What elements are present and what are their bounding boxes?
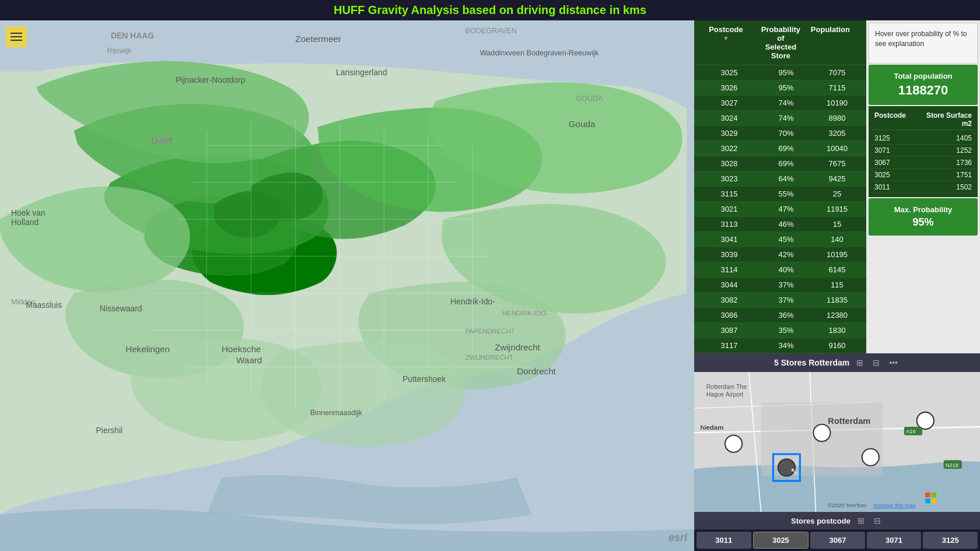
table-header: Postcode ▼ Probability of Selected Store… — [694, 20, 866, 65]
cell-postcode: 3023 — [694, 171, 764, 186]
probability-table: Postcode ▼ Probability of Selected Store… — [694, 20, 866, 353]
map-label-dordrecht: Dordrecht — [517, 366, 556, 376]
cell-population: 12380 — [808, 308, 866, 322]
postcode-btn-3011[interactable]: 3011 — [696, 532, 751, 549]
cell-probability: 37% — [764, 278, 808, 292]
store-row[interactable]: 3025 1751 — [872, 169, 974, 181]
table-row[interactable]: 3039 42% 10195 — [694, 247, 866, 262]
cell-population: 25 — [808, 187, 866, 201]
store-cell-surface: 1405 — [923, 132, 975, 144]
store-row[interactable]: 3125 1405 — [872, 132, 974, 145]
table-body[interactable]: 3025 95% 7075 3026 95% 7115 3027 74% 101… — [694, 65, 866, 353]
menu-button[interactable] — [6, 26, 27, 47]
table-row[interactable]: 3113 46% 15 — [694, 217, 866, 232]
table-row[interactable]: 3027 74% 10190 — [694, 96, 866, 111]
store-row[interactable]: 3067 1736 — [872, 157, 974, 169]
cell-probability: 55% — [764, 187, 808, 201]
table-row[interactable]: 3028 69% 7675 — [694, 156, 866, 171]
store-cell-postcode: 3025 — [872, 169, 923, 181]
cell-probability: 47% — [764, 202, 808, 216]
map-label-hendrik: Hendrik-Ido- — [450, 297, 495, 306]
table-row[interactable]: 3041 45% 140 — [694, 232, 866, 247]
cell-population: 10195 — [808, 247, 866, 262]
map-label-binnenmaas: Binnenmaasdijk — [310, 409, 363, 417]
cell-probability: 35% — [764, 323, 808, 338]
table-row[interactable]: 3117 34% 9160 — [694, 338, 866, 353]
cell-population: 8980 — [808, 111, 866, 125]
lower-map-title: 5 Stores Rotterdam — [774, 358, 849, 367]
map-label-maassluis: Maassluis — [26, 300, 62, 310]
cell-probability: 36% — [764, 308, 808, 322]
map-label-hendrik2: HENDRIK-IDO- — [502, 310, 548, 317]
table-row[interactable]: 3115 55% 25 — [694, 187, 866, 202]
postcode-btn-3125[interactable]: 3125 — [923, 532, 978, 549]
postcode-filter-btn[interactable]: ⊞ — [855, 515, 867, 527]
store-table-body: 3125 1405 3071 1252 3067 1736 3025 1751 … — [872, 132, 974, 194]
table-row[interactable]: 3087 35% 1830 — [694, 323, 866, 338]
store-row[interactable]: 3071 1252 — [872, 145, 974, 157]
store-circle-2 — [813, 424, 830, 441]
ms-logo-red — [925, 493, 930, 497]
map-label-piershil: Piershil — [96, 426, 123, 435]
cell-postcode: 3044 — [694, 278, 764, 292]
postcode-btn-3071[interactable]: 3071 — [867, 532, 922, 549]
store-cell-postcode: 3071 — [872, 145, 923, 156]
ms-logo-green — [932, 493, 936, 497]
cell-probability: 69% — [764, 156, 808, 171]
table-row[interactable]: 3022 69% 10040 — [694, 141, 866, 156]
cell-population: 10190 — [808, 96, 866, 110]
cell-postcode: 3115 — [694, 187, 764, 201]
lower-map-area[interactable]: ↖ hiedam Rotterdam Rotterdam The Hague A… — [694, 372, 980, 512]
cell-population: 115 — [808, 278, 866, 292]
improve-map-link[interactable]: Improve this map — [874, 502, 916, 508]
lower-map-grid-btn[interactable]: ⊟ — [870, 357, 882, 368]
th-probability: Probability of Selected Store — [758, 20, 804, 65]
table-row[interactable]: 3023 64% 9425 — [694, 171, 866, 187]
lower-map-svg: ↖ hiedam Rotterdam Rotterdam The Hague A… — [694, 372, 980, 512]
map-label-lansingerland: Lansingerland — [336, 68, 387, 77]
mini-map-airport2: Hague Airport — [706, 391, 744, 398]
table-row[interactable]: 3044 37% 115 — [694, 278, 866, 293]
map-label-papendrecht: PAPENDRECHT — [466, 328, 515, 335]
cell-postcode: 3021 — [694, 202, 764, 216]
store-circle-4 — [917, 412, 934, 429]
table-row[interactable]: 3021 47% 11915 — [694, 202, 866, 217]
sort-arrow[interactable]: ▼ — [723, 35, 729, 41]
cell-probability: 95% — [764, 80, 808, 95]
map-label-rijswijk: Rijswijk — [107, 47, 132, 55]
table-row[interactable]: 3025 95% 7075 — [694, 65, 866, 80]
table-row[interactable]: 3024 74% 8980 — [694, 111, 866, 126]
lower-map-filter-btn[interactable]: ⊞ — [854, 357, 866, 368]
table-row[interactable]: 3114 40% 6145 — [694, 262, 866, 278]
cell-population: 9160 — [808, 338, 866, 353]
map-label-bodegraven1: BODEGRAVEN — [466, 27, 517, 35]
postcode-grid-btn[interactable]: ⊟ — [872, 515, 883, 527]
table-row[interactable]: 3026 95% 7115 — [694, 80, 866, 96]
postcode-section-title: Stores postcode — [791, 517, 850, 525]
map-label-denhaag: DEN HAAG — [111, 31, 154, 40]
store-cell-surface: 1736 — [923, 157, 975, 169]
cell-probability: 45% — [764, 232, 808, 247]
postcode-section-header: Stores postcode ⊞ ⊟ — [694, 512, 980, 529]
store-row[interactable]: 3011 1502 — [872, 181, 974, 194]
lower-map-more-btn[interactable]: ••• — [887, 357, 900, 368]
postcode-btn-3025[interactable]: 3025 — [753, 532, 809, 549]
store-th-surface: Store Surface m2 — [923, 110, 975, 129]
mini-map-rotterdam: Rotterdam — [828, 416, 870, 426]
cell-postcode: 3114 — [694, 262, 764, 277]
cell-probability: 40% — [764, 262, 808, 277]
store-cell-surface: 1751 — [923, 169, 975, 181]
postcode-btn-3067[interactable]: 3067 — [810, 532, 865, 549]
th-postcode: Postcode ▼ — [694, 20, 758, 65]
table-row[interactable]: 3082 37% 11835 — [694, 293, 866, 308]
table-row[interactable]: 3029 70% 3205 — [694, 126, 866, 141]
cell-postcode: 3029 — [694, 126, 764, 141]
map-label-bodegraven2: Waddinxveen Bodegraven-Reeuwijk — [480, 49, 599, 57]
main-map-svg: DEN HAAG Rijswijk Zoetermeer Pijnacker-N… — [0, 20, 694, 551]
store-cell-postcode: 3011 — [872, 181, 923, 193]
table-row[interactable]: 3086 36% 12380 — [694, 308, 866, 323]
max-prob-value: 95% — [876, 216, 971, 229]
esri-logo: esri — [668, 532, 687, 544]
cell-probability: 64% — [764, 171, 808, 186]
tomtom-credit: ©2020 TomTom — [828, 502, 866, 508]
